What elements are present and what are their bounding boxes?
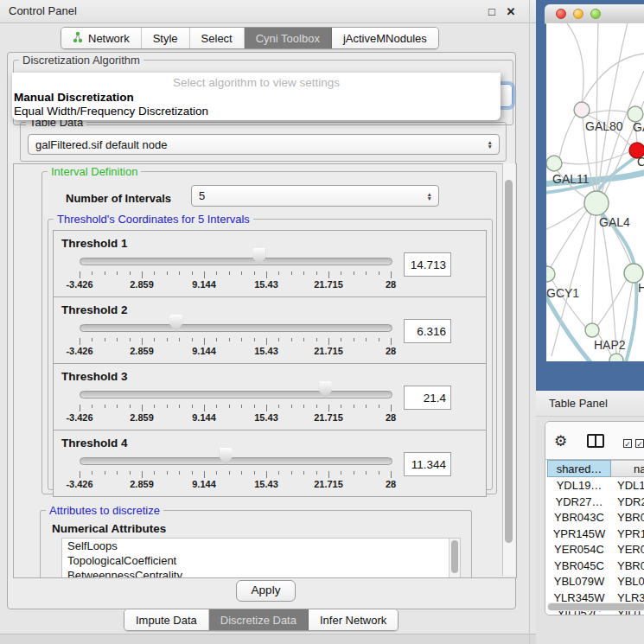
list-scrollbar[interactable] <box>449 539 460 578</box>
checked-box-icon[interactable]: ✓ <box>635 439 644 448</box>
dropdown-option-equal-width-frequency[interactable]: Equal Width/Frequency Discretization <box>14 105 208 118</box>
threshold-value-field[interactable] <box>404 452 451 476</box>
node-label-GAL11: GAL11 <box>552 172 590 186</box>
tab-label: Impute Data <box>136 614 197 627</box>
column-header-shared-name[interactable]: shared… <box>547 460 611 477</box>
tab-select[interactable]: Select <box>190 28 245 48</box>
tick <box>241 338 242 341</box>
network-node-bottom-node[interactable] <box>609 354 623 361</box>
threshold-slider-track[interactable] <box>80 457 392 465</box>
column-header-name[interactable]: na <box>611 460 644 477</box>
tab-discretize-data[interactable]: Discretize Data <box>209 609 309 630</box>
threshold-panel: Threshold 2 -3.4262.8599.14415.4321.7152… <box>53 296 487 364</box>
attribute-list-item[interactable]: BetweennessCentrality <box>62 568 460 578</box>
tick <box>80 405 80 411</box>
threshold-value-field[interactable] <box>404 386 451 410</box>
tab-impute-data[interactable]: Impute Data <box>124 609 209 630</box>
tick <box>303 338 304 341</box>
threshold-slider-track[interactable] <box>80 391 392 399</box>
network-edge[interactable] <box>561 151 630 164</box>
zoom-traffic-light[interactable] <box>590 9 601 19</box>
threshold-coordinates-group: Threshold's Coordinates for 5 Intervals … <box>48 219 493 490</box>
tick <box>303 405 304 408</box>
tick <box>80 338 80 345</box>
table-row[interactable]: YDL19…YDL1 <box>547 478 644 494</box>
network-node-GAL4[interactable] <box>584 191 609 215</box>
network-node-GCY1[interactable] <box>546 266 555 282</box>
tick <box>167 471 168 475</box>
tick <box>241 405 242 408</box>
network-edge[interactable] <box>601 214 616 354</box>
network-node-GAL80[interactable] <box>574 102 590 118</box>
apply-button[interactable]: Apply <box>236 580 296 602</box>
tick <box>105 271 105 275</box>
tick <box>316 271 317 275</box>
panel-scrollbar[interactable] <box>502 163 515 576</box>
number-of-intervals-combobox[interactable]: 5 ▲▼ <box>191 185 439 207</box>
tick <box>229 405 230 408</box>
network-window-titlebar[interactable] <box>545 4 644 24</box>
network-edge[interactable] <box>592 214 596 324</box>
checked-box-icon[interactable]: ✓ <box>623 439 632 448</box>
threshold-slider-track[interactable] <box>80 324 392 332</box>
tab-cyni-toolbox[interactable]: Cyni Toolbox <box>245 28 332 48</box>
table-row[interactable]: YBR043CYBR0 <box>547 510 644 526</box>
top-tab-bar: Network Style Select Cyni Toolbox jActiv… <box>61 27 439 49</box>
attribute-list-item[interactable]: TopologicalCoefficient <box>62 553 460 568</box>
table-row[interactable]: YDR27…YDR2 <box>547 494 644 510</box>
network-edge[interactable] <box>546 248 547 267</box>
tick <box>154 271 155 275</box>
tab-infer-network[interactable]: Infer Network <box>309 609 398 630</box>
tick <box>278 338 279 341</box>
table-row[interactable]: YER054CYER0 <box>547 542 644 558</box>
scale-label: 9.144 <box>192 479 216 489</box>
network-edge[interactable] <box>550 210 587 269</box>
tab-network[interactable]: Network <box>61 28 142 48</box>
network-edge[interactable] <box>546 206 585 231</box>
tick <box>328 405 329 411</box>
attribute-list-item[interactable]: SelfLoops <box>62 539 460 553</box>
scale-label: 28 <box>386 412 396 423</box>
tick <box>278 405 279 408</box>
pane-splitter[interactable] <box>529 0 530 644</box>
network-edge[interactable] <box>564 23 583 103</box>
table-horizontal-scrollbar[interactable] <box>547 603 644 611</box>
minimize-traffic-light[interactable] <box>573 9 583 19</box>
cell-name: YDL1 <box>617 478 644 494</box>
scale-label: 2.859 <box>130 412 154 423</box>
close-traffic-light[interactable] <box>556 9 566 19</box>
scrollbar-thumb[interactable] <box>505 180 513 543</box>
scrollbar-thumb[interactable] <box>451 540 458 573</box>
network-edge[interactable] <box>596 23 598 191</box>
close-icon[interactable]: ✕ <box>504 5 518 18</box>
attributes-to-discretize-group: Attributes to discretize Numerical Attri… <box>40 510 472 578</box>
network-edge[interactable] <box>582 54 644 103</box>
network-node-HAP2[interactable] <box>585 323 599 337</box>
tick <box>130 338 131 341</box>
table-row[interactable]: YBL079WYBL0 <box>547 574 644 590</box>
scrollbar-thumb[interactable] <box>548 603 644 610</box>
scale-label: 28 <box>386 346 396 356</box>
network-node-GAL11[interactable] <box>546 156 562 171</box>
tab-jactivemnodules[interactable]: jActiveMNodules <box>332 28 438 48</box>
control-panel-titlebar: Control Panel □ ✕ <box>0 0 536 23</box>
table-data-combobox[interactable]: galFiltered.sif default node ▲▼ <box>28 134 500 155</box>
tick <box>241 471 242 475</box>
tab-style[interactable]: Style <box>142 28 190 48</box>
network-node-H[interactable] <box>624 264 643 283</box>
threshold-slider-track[interactable] <box>80 258 392 265</box>
float-icon[interactable]: □ <box>485 5 499 18</box>
gear-icon[interactable]: ⚙ <box>554 432 567 450</box>
tick <box>341 338 341 341</box>
threshold-value-field[interactable] <box>404 319 451 343</box>
network-canvas[interactable]: GAL80GACGAL11GAL4GCY1HHAP2 <box>546 23 644 361</box>
dropdown-option-manual-discretization[interactable]: Manual Discretization <box>14 91 134 104</box>
tick <box>354 405 354 408</box>
table-row[interactable]: YBR045CYBR0 <box>547 558 644 574</box>
network-edge[interactable] <box>559 114 576 158</box>
table-row[interactable]: YPR145WYPR1 <box>547 526 644 542</box>
numerical-attributes-list[interactable]: SelfLoopsTopologicalCoefficientBetweenne… <box>61 538 461 578</box>
threshold-value-field[interactable] <box>404 252 451 277</box>
split-columns-icon[interactable] <box>587 434 604 448</box>
network-edge[interactable] <box>587 111 628 114</box>
